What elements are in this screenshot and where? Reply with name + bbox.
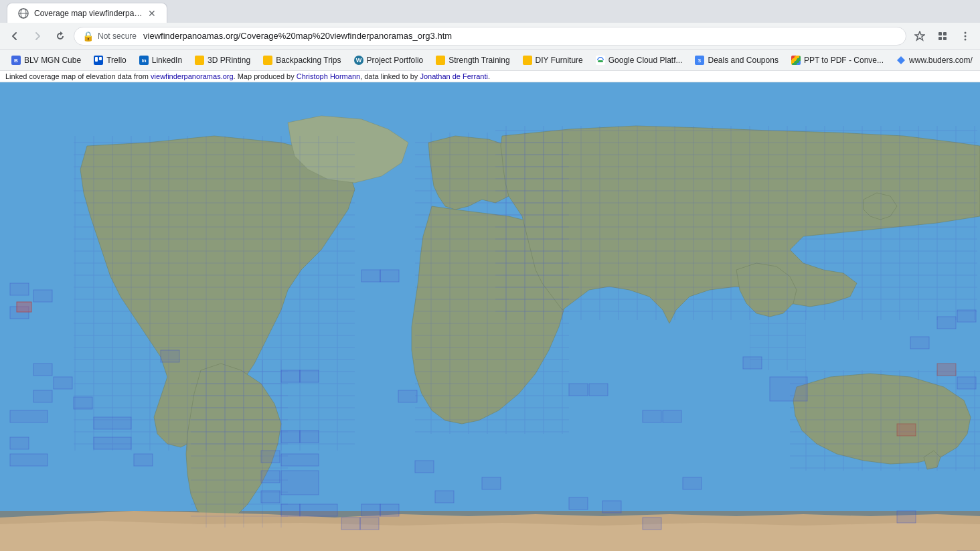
svg-rect-53 (937, 364, 956, 376)
svg-rect-86 (743, 357, 762, 369)
bookmark-trello[interactable]: Trello (88, 52, 132, 68)
svg-rect-43 (10, 454, 48, 466)
bookmark-strength[interactable]: Strength Training (430, 52, 515, 68)
svg-rect-32 (10, 283, 29, 295)
svg-rect-81 (957, 310, 976, 322)
bookmark-favicon-linkedin: in (139, 55, 149, 66)
bookmark-ppt[interactable]: PPT to PDF - Conve... (785, 52, 889, 68)
info-text-middle: . Map produced by (234, 72, 297, 80)
bookmark-label-gcloud: Google Cloud Platf... (608, 56, 683, 65)
svg-rect-60 (415, 461, 434, 473)
bookmark-favicon-3dprinting (194, 55, 205, 66)
tab-close-icon[interactable]: ✕ (148, 8, 156, 19)
svg-rect-85 (770, 377, 807, 401)
world-map-svg (0, 82, 980, 551)
svg-rect-31 (790, 370, 980, 471)
svg-rect-5 (938, 37, 942, 40)
bookmark-label-ppt: PPT to PDF - Conve... (804, 56, 884, 65)
active-tab[interactable]: Coverage map viewfinderpanoramas_org3 ✕ (7, 3, 167, 23)
svg-rect-37 (54, 377, 72, 389)
svg-text:W: W (355, 57, 361, 64)
info-bar: Linked coverage map of elevation data fr… (0, 71, 980, 82)
svg-rect-61 (361, 504, 380, 516)
bookmark-linkedin[interactable]: in LinkedIn (133, 52, 187, 68)
svg-rect-59 (398, 390, 417, 402)
back-button[interactable] (5, 27, 24, 46)
info-link-viewfinder[interactable]: viewfinderpanoramas.org (151, 72, 234, 80)
svg-rect-58 (380, 270, 399, 282)
svg-point-8 (965, 35, 967, 37)
bookmark-deals[interactable]: $ Deals and Coupons (689, 52, 783, 68)
svg-rect-13 (95, 57, 98, 62)
info-text-after: , data linked to by (360, 72, 420, 80)
extensions-button[interactable] (933, 27, 952, 46)
svg-rect-77 (300, 504, 337, 516)
security-icon: 🔒 (82, 31, 94, 42)
svg-rect-4 (943, 32, 947, 35)
bookmark-backpacking[interactable]: Backpacking Trips (257, 52, 346, 68)
svg-rect-55 (897, 424, 916, 436)
reload-button[interactable] (51, 27, 70, 46)
svg-rect-50 (569, 497, 588, 509)
svg-rect-3 (938, 32, 942, 35)
svg-rect-83 (910, 337, 929, 349)
bookmark-star-button[interactable] (910, 27, 929, 46)
svg-rect-51 (602, 501, 621, 513)
tab-bar: Coverage map viewfinderpanoramas_org3 ✕ (0, 0, 980, 23)
svg-rect-78 (261, 451, 280, 463)
svg-rect-62 (380, 504, 399, 516)
bookmark-favicon-ppt (791, 55, 801, 66)
bookmark-diy[interactable]: DIY Furniture (517, 52, 588, 68)
bookmark-portfolio[interactable]: W Project Portfolio (348, 52, 429, 68)
bookmark-label-portfolio: Project Portfolio (367, 56, 424, 65)
bookmark-favicon-blv: B (11, 55, 21, 66)
svg-rect-67 (683, 477, 702, 489)
bookmark-label-buders: www.buders.com/ (909, 56, 973, 65)
svg-rect-72 (281, 430, 300, 443)
svg-rect-80 (261, 491, 280, 503)
bookmark-gcloud[interactable]: Google Cloud Platf... (590, 52, 688, 68)
svg-text:B: B (14, 58, 18, 64)
svg-rect-57 (361, 270, 380, 282)
bookmark-label-linkedin: LinkedIn (152, 56, 182, 65)
svg-rect-64 (360, 518, 379, 530)
svg-rect-45 (161, 350, 179, 362)
bookmark-label-3dprinting: 3D PRinting (208, 56, 250, 65)
svg-rect-34 (33, 290, 52, 302)
svg-rect-71 (300, 370, 319, 382)
browser-frame: Coverage map viewfinderpanoramas_org3 ✕ … (0, 0, 980, 551)
info-link-christoph[interactable]: Christoph Hormann (297, 72, 360, 80)
svg-rect-76 (281, 504, 300, 516)
svg-rect-70 (281, 370, 300, 382)
bookmark-blv[interactable]: B BLV MGN Cube (5, 52, 86, 68)
svg-rect-54 (957, 377, 976, 389)
bookmark-label-blv: BLV MGN Cube (24, 56, 81, 65)
navigation-bar: 🔒 Not secure viewfinderpanoamas.org/Cove… (0, 23, 980, 50)
bookmark-favicon-buders (896, 55, 906, 66)
svg-rect-47 (589, 384, 608, 396)
svg-rect-79 (261, 471, 280, 483)
bookmark-favicon-diy (522, 55, 533, 66)
url-text: viewfinderpanoamas.org/Coverage%20map%20… (143, 31, 898, 41)
security-label: Not secure (98, 31, 137, 41)
svg-rect-68 (897, 511, 916, 523)
bookmark-favicon-backpacking (262, 55, 273, 66)
svg-rect-38 (74, 397, 92, 409)
bookmark-label-strength: Strength Training (448, 56, 509, 65)
address-bar[interactable]: 🔒 Not secure viewfinderpanoamas.org/Cove… (74, 27, 906, 46)
svg-rect-14 (99, 57, 102, 60)
info-link-jonathan[interactable]: Jonathan de Ferranti (420, 72, 488, 80)
bookmark-favicon-gcloud (595, 55, 606, 66)
bookmark-favicon-deals: $ (694, 55, 705, 66)
bookmark-buders[interactable]: www.buders.com/ (890, 52, 978, 68)
bookmark-label-backpacking: Backpacking Trips (276, 56, 341, 65)
bookmark-favicon-strength (435, 55, 446, 66)
info-text-before: Linked coverage map of elevation data fr… (5, 72, 151, 80)
menu-button[interactable] (956, 27, 975, 46)
bookmark-3dprinting[interactable]: 3D PRinting (189, 52, 256, 68)
svg-rect-63 (341, 518, 360, 530)
forward-button[interactable] (28, 27, 47, 46)
tab-title: Coverage map viewfinderpanoramas_org3 (34, 9, 143, 18)
svg-marker-23 (897, 56, 905, 64)
svg-rect-52 (643, 518, 661, 530)
